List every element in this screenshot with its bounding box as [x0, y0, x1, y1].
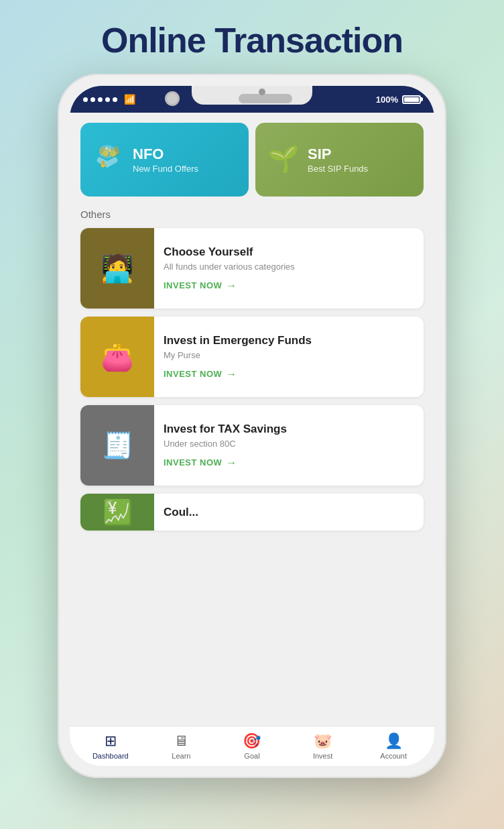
invest-icon: 🐷 — [314, 732, 332, 750]
nfo-title: NFO — [133, 146, 198, 163]
list-item[interactable]: 👛 Invest in Emergency Funds My Purse INV… — [80, 317, 424, 397]
phone-screen: 📶 9:41 AM 100% ₹ — [70, 86, 434, 766]
nav-item-goal[interactable]: 🎯 Goal — [216, 732, 288, 760]
bottom-nav: ⊞ Dashboard 🖥 Learn 🎯 Goal 🐷 Invest 👤 Ac… — [70, 726, 434, 766]
tax-savings-sub: Under section 80C — [164, 439, 287, 449]
nav-item-dashboard[interactable]: ⊞ Dashboard — [75, 732, 146, 760]
emergency-funds-sub: My Purse — [164, 350, 312, 360]
emergency-funds-image: 👛 — [80, 317, 154, 397]
choose-yourself-sub: All funds under various categories — [164, 262, 295, 272]
section-others-label: Others — [80, 209, 424, 220]
camera-dot — [165, 91, 180, 106]
sip-text: SIP Best SIP Funds — [308, 146, 368, 173]
sip-card[interactable]: 🌱 SIP Best SIP Funds — [255, 123, 424, 197]
emergency-funds-cta[interactable]: INVEST NOW → — [164, 368, 312, 380]
coul-image: 💹 — [80, 494, 154, 531]
nfo-icon: ₹ ✋ 👐 — [90, 142, 125, 177]
list-item[interactable]: 🧾 Invest for TAX Savings Under section 8… — [80, 405, 424, 486]
dashboard-icon: ⊞ — [105, 732, 117, 750]
nfo-card[interactable]: ₹ ✋ 👐 NFO New Fund Offers — [80, 123, 249, 197]
emergency-funds-title: Invest in Emergency Funds — [164, 334, 312, 347]
screen-content: ₹ ✋ 👐 NFO New Fund Offers — [70, 113, 434, 726]
battery-icon — [402, 95, 421, 104]
tax-savings-image: 🧾 — [80, 405, 154, 486]
emergency-funds-content: Invest in Emergency Funds My Purse INVES… — [154, 317, 321, 397]
tax-savings-content: Invest for TAX Savings Under section 80C… — [154, 405, 296, 486]
tax-savings-cta[interactable]: INVEST NOW → — [164, 457, 287, 469]
arrow-icon: → — [226, 457, 237, 469]
list-item[interactable]: 🧑‍💻 Choose Yourself All funds under vari… — [80, 228, 424, 309]
nav-label-goal: Goal — [244, 752, 259, 760]
arrow-icon: → — [226, 280, 237, 292]
choose-yourself-image: 🧑‍💻 — [80, 228, 154, 309]
front-sensor — [259, 89, 265, 95]
sip-icon: 🌱 — [265, 142, 300, 177]
nfo-text: NFO New Fund Offers — [133, 146, 198, 173]
tax-savings-title: Invest for TAX Savings — [164, 423, 287, 436]
svg-text:👐: 👐 — [98, 142, 121, 163]
top-cards: ₹ ✋ 👐 NFO New Fund Offers — [80, 123, 424, 197]
learn-icon: 🖥 — [174, 732, 188, 750]
choose-yourself-cta[interactable]: INVEST NOW → — [164, 280, 295, 292]
nav-item-invest[interactable]: 🐷 Invest — [288, 732, 359, 760]
choose-yourself-content: Choose Yourself All funds under various … — [154, 228, 304, 309]
list-item[interactable]: 💹 Coul... — [80, 494, 424, 531]
battery-area: 100% — [376, 95, 421, 105]
signal-dots: 📶 — [83, 94, 135, 105]
battery-percent: 100% — [376, 95, 398, 105]
sip-title: SIP — [308, 146, 368, 163]
phone-shell: 📶 9:41 AM 100% ₹ — [58, 74, 446, 778]
nav-label-invest: Invest — [313, 752, 332, 760]
coul-title: Coul... — [164, 506, 198, 519]
goal-icon: 🎯 — [243, 732, 261, 750]
nav-label-account: Account — [380, 752, 407, 760]
choose-yourself-title: Choose Yourself — [164, 245, 295, 259]
nav-label-learn: Learn — [172, 752, 190, 760]
phone-speaker — [239, 94, 292, 103]
nav-item-account[interactable]: 👤 Account — [358, 732, 429, 760]
arrow-icon: → — [226, 368, 237, 380]
sip-subtitle: Best SIP Funds — [308, 164, 368, 174]
nfo-subtitle: New Fund Offers — [133, 164, 198, 174]
account-icon: 👤 — [385, 732, 403, 750]
nav-item-learn[interactable]: 🖥 Learn — [146, 732, 217, 760]
coul-content: Coul... — [154, 494, 208, 531]
wifi-icon: 📶 — [124, 94, 135, 105]
svg-text:🌱: 🌱 — [267, 144, 300, 174]
nav-label-dashboard: Dashboard — [92, 752, 129, 760]
page-title: Online Transaction — [101, 20, 403, 60]
